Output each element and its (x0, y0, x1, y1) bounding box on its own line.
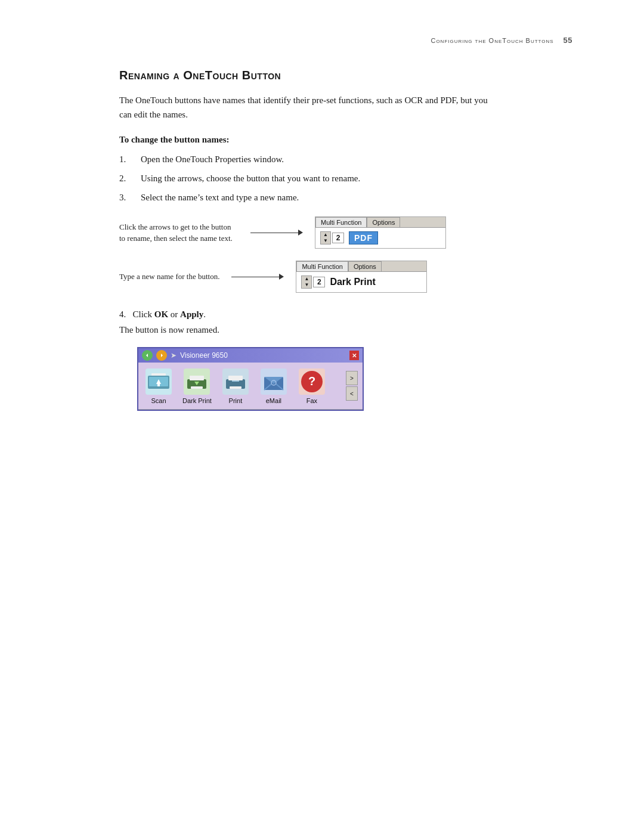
print-icon (221, 367, 250, 396)
bottom-arrow (231, 274, 284, 280)
pdf-label: PDF (349, 231, 378, 244)
step-2-num: 2. (119, 171, 141, 185)
section-title: Renaming a OneTouch Button (119, 69, 572, 82)
pdf-screenshot: Multi Function Options ▲ ▼ 2 PDF (315, 216, 446, 249)
dark-print-icon (182, 367, 211, 396)
step-2-text: Using the arrows, choose the button that… (141, 171, 572, 185)
step-4-area: 4. Click OK or Apply. The button is now … (119, 307, 572, 335)
svg-rect-9 (157, 384, 160, 386)
darkprint-screenshot: Multi Function Options ▲ ▼ 2 Dark Print (296, 261, 427, 293)
top-arrow (250, 230, 303, 236)
darkprint-spinner[interactable]: ▲ ▼ (301, 275, 312, 289)
spin-down[interactable]: ▼ (321, 238, 330, 244)
step-1-num: 1. (119, 152, 141, 166)
chapter-title: Configuring the OneTouch Buttons (431, 37, 553, 44)
step-3-text: Select the name’s text and type a new na… (141, 190, 572, 205)
pdf-body: ▲ ▼ 2 PDF (315, 228, 445, 248)
darkprint-num: 2 (313, 277, 325, 287)
svg-rect-19 (232, 380, 239, 382)
or-text: or (168, 309, 180, 319)
svg-text:?: ? (308, 374, 315, 388)
pdf-spinner[interactable]: ▲ ▼ (320, 231, 331, 244)
svg-rect-18 (230, 386, 242, 389)
svg-rect-13 (191, 386, 203, 389)
illustration-row-top: Click the arrows to get to the button to… (119, 216, 572, 249)
step-4-num: 4. (119, 309, 126, 319)
ok-label: OK (154, 309, 168, 319)
darkprint-body: ▲ ▼ 2 Dark Print (296, 272, 426, 292)
intro-text: The OneTouch buttons have names that ide… (119, 93, 501, 122)
fax-label: Fax (306, 397, 317, 404)
nav-forward-btn[interactable] (156, 350, 167, 361)
fax-icon: ? (298, 367, 326, 396)
email-button-item[interactable]: eMail (256, 365, 292, 407)
visioneer-buttons: Scan Dark (141, 365, 340, 407)
visioneer-window: ➤ Visioneer 9650 ✕ (137, 347, 364, 411)
print-button-item[interactable]: Print (218, 365, 253, 407)
multi-function-tab[interactable]: Multi Function (315, 217, 367, 227)
bottom-caption: Type a new name for the button. (119, 271, 219, 283)
svg-rect-12 (190, 376, 204, 380)
top-caption: Click the arrows to get to the button to… (119, 221, 239, 244)
step-2: 2. Using the arrows, choose the button t… (119, 171, 572, 185)
step-1: 1. Open the OneTouch Properties window. (119, 152, 572, 166)
page-header: Configuring the OneTouch Buttons 55 (119, 36, 572, 45)
apply-label: Apply (180, 309, 203, 319)
visioneer-toolbar: Scan Dark (138, 363, 363, 410)
step-3-num: 3. (119, 190, 141, 205)
pdf-tabs: Multi Function Options (315, 217, 445, 228)
options-tab[interactable]: Options (367, 217, 400, 227)
options-tab2[interactable]: Options (348, 261, 382, 271)
darkprint-tabs: Multi Function Options (296, 261, 426, 272)
multi-function-tab2[interactable]: Multi Function (296, 261, 348, 271)
side-arrow-prev[interactable]: < (346, 386, 358, 401)
scan-icon (144, 367, 173, 396)
fax-button-item[interactable]: ? Fax (294, 365, 330, 407)
window-close-btn[interactable]: ✕ (349, 351, 359, 360)
pdf-num: 2 (332, 233, 344, 243)
visioneer-titlebar: ➤ Visioneer 9650 ✕ (138, 348, 363, 363)
renamed-text: The button is now renamed. (119, 325, 572, 335)
period: . (203, 309, 206, 319)
dark-print-button-item[interactable]: Dark Print (179, 365, 215, 407)
email-label: eMail (266, 397, 281, 404)
step-1-text: Open the OneTouch Properties window. (141, 152, 572, 166)
step-3: 3. Select the name’s text and type a new… (119, 190, 572, 205)
spin-down2[interactable]: ▼ (302, 282, 311, 288)
scan-label: Scan (151, 397, 166, 404)
nav-back-btn[interactable] (142, 350, 153, 361)
step-4-text: 4. Click OK or Apply. (119, 307, 572, 321)
step-4-intro: Click (133, 309, 154, 319)
scan-button-item[interactable]: Scan (141, 365, 177, 407)
email-icon (259, 367, 288, 396)
title-left: ➤ Visioneer 9650 (142, 350, 228, 361)
darkprint-label: Dark Print (330, 277, 375, 287)
print-label: Print (229, 397, 243, 404)
svg-rect-7 (151, 373, 166, 376)
page-number: 55 (564, 36, 572, 45)
window-title: Visioneer 9650 (180, 351, 228, 360)
window-arrow-icon: ➤ (171, 351, 177, 360)
dark-print-label: Dark Print (182, 397, 212, 404)
spin-up2[interactable]: ▲ (302, 276, 311, 282)
page: Configuring the OneTouch Buttons 55 Rena… (0, 0, 644, 833)
side-arrow-next[interactable]: > (346, 371, 358, 385)
steps-list: 1. Open the OneTouch Properties window. … (119, 152, 572, 205)
side-arrows: > < (346, 365, 360, 407)
illustration-area: Click the arrows to get to the button to… (119, 216, 572, 293)
illustration-row-bottom: Type a new name for the button. Multi Fu… (119, 261, 572, 293)
subsection-title: To change the button names: (119, 135, 572, 145)
svg-rect-17 (228, 376, 243, 380)
spin-up[interactable]: ▲ (321, 232, 330, 238)
